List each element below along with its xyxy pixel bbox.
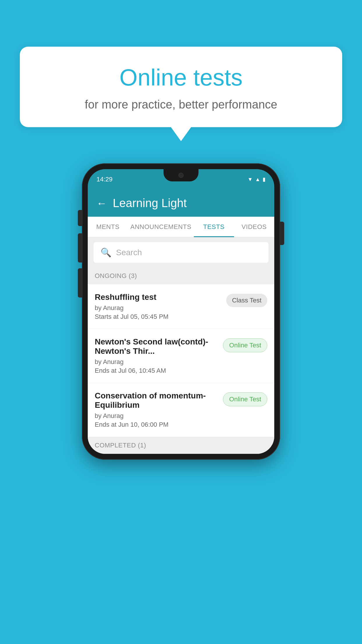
volume-silent-button [78,210,82,226]
phone-outer: 14:29 ▼ ▲ ▮ ← Learning Light MENTS [82,163,280,460]
test-badge-3: Online Test [223,392,267,406]
test-info-1: Reshuffling test by Anurag Starts at Jul… [95,293,222,321]
test-by-2: by Anurag [95,358,218,366]
search-placeholder: Search [116,248,142,257]
test-badge-2: Online Test [223,338,267,352]
wifi-icon: ▼ [247,176,253,183]
test-info-3: Conservation of momentum-Equilibrium by … [95,391,218,428]
front-camera [178,173,184,178]
signal-icon: ▲ [255,176,260,183]
tab-assignments[interactable]: MENTS [88,217,128,237]
test-item-conservation[interactable]: Conservation of momentum-Equilibrium by … [88,383,274,437]
status-time: 14:29 [96,176,113,183]
test-item-reshuffling[interactable]: Reshuffling test by Anurag Starts at Jul… [88,284,274,329]
status-icons: ▼ ▲ ▮ [247,176,266,183]
test-time-1: Starts at Jul 05, 05:45 PM [95,313,222,321]
speech-bubble-container: Online tests for more practice, better p… [20,47,342,127]
battery-icon: ▮ [263,176,266,183]
search-bar[interactable]: 🔍 Search [94,242,268,263]
test-by-1: by Anurag [95,304,222,312]
test-info-2: Newton's Second law(contd)-Newton's Thir… [95,337,218,374]
tab-tests[interactable]: TESTS [194,217,234,237]
speech-bubble: Online tests for more practice, better p… [20,47,342,127]
test-item-newton[interactable]: Newton's Second law(contd)-Newton's Thir… [88,329,274,383]
volume-up-button [78,233,82,262]
power-button [280,222,284,245]
app-bar: ← Learning Light [88,190,274,217]
completed-section-header: COMPLETED (1) [88,437,274,454]
phone-mockup: 14:29 ▼ ▲ ▮ ← Learning Light MENTS [82,163,280,460]
test-time-2: Ends at Jul 06, 10:45 AM [95,367,218,374]
status-bar: 14:29 ▼ ▲ ▮ [88,169,274,190]
test-badge-1: Class Test [226,294,267,307]
phone-notch [164,169,198,181]
tabs-container: MENTS ANNOUNCEMENTS TESTS VIDEOS [88,217,274,237]
tab-announcements[interactable]: ANNOUNCEMENTS [128,217,194,237]
test-by-3: by Anurag [95,412,218,420]
search-icon: 🔍 [101,247,111,258]
bubble-subtitle: for more practice, better performance [31,98,331,111]
bubble-title: Online tests [31,64,331,91]
test-title-1: Reshuffling test [95,293,222,302]
volume-down-button [78,268,82,298]
search-container: 🔍 Search [88,237,274,267]
app-bar-title: Learning Light [113,197,187,210]
back-button[interactable]: ← [96,197,107,209]
phone-screen: ← Learning Light MENTS ANNOUNCEMENTS TES… [88,190,274,454]
test-time-3: Ends at Jun 10, 06:00 PM [95,421,218,428]
ongoing-section-header: ONGOING (3) [88,267,274,284]
test-title-2: Newton's Second law(contd)-Newton's Thir… [95,337,218,356]
tab-videos[interactable]: VIDEOS [234,217,274,237]
test-title-3: Conservation of momentum-Equilibrium [95,391,218,410]
